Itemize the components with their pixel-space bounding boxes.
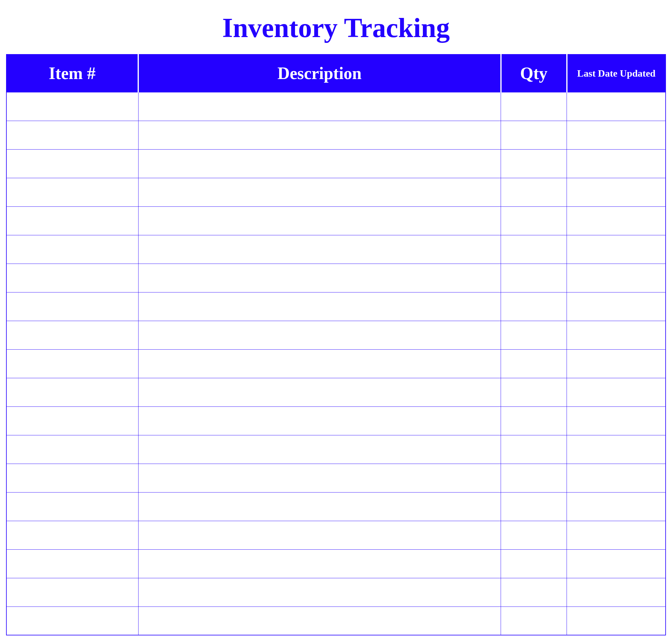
cell-lastDate[interactable] bbox=[567, 92, 666, 121]
cell-lastDate[interactable] bbox=[567, 121, 666, 149]
cell-lastDate[interactable] bbox=[567, 149, 666, 178]
table-row bbox=[7, 492, 665, 521]
table-row bbox=[7, 149, 665, 178]
cell-lastDate[interactable] bbox=[567, 492, 666, 521]
cell-lastDate[interactable] bbox=[567, 349, 666, 378]
cell-qty[interactable] bbox=[501, 149, 567, 178]
cell-qty[interactable] bbox=[501, 206, 567, 235]
cell-item[interactable] bbox=[7, 292, 138, 321]
cell-description[interactable] bbox=[138, 607, 501, 635]
table-row bbox=[7, 378, 665, 407]
cell-item[interactable] bbox=[7, 521, 138, 549]
cell-item[interactable] bbox=[7, 206, 138, 235]
cell-description[interactable] bbox=[138, 435, 501, 464]
cell-qty[interactable] bbox=[501, 121, 567, 149]
cell-description[interactable] bbox=[138, 149, 501, 178]
cell-description[interactable] bbox=[138, 178, 501, 206]
cell-description[interactable] bbox=[138, 492, 501, 521]
cell-lastDate[interactable] bbox=[567, 378, 666, 407]
table-row bbox=[7, 92, 665, 121]
cell-item[interactable] bbox=[7, 464, 138, 492]
cell-item[interactable] bbox=[7, 321, 138, 349]
cell-description[interactable] bbox=[138, 206, 501, 235]
cell-qty[interactable] bbox=[501, 407, 567, 435]
table-row bbox=[7, 607, 665, 635]
cell-description[interactable] bbox=[138, 92, 501, 121]
table-row bbox=[7, 464, 665, 492]
table-row bbox=[7, 264, 665, 292]
inventory-table: Item # Description Qty Last Date Updated bbox=[6, 54, 666, 635]
cell-item[interactable] bbox=[7, 235, 138, 264]
cell-item[interactable] bbox=[7, 378, 138, 407]
cell-description[interactable] bbox=[138, 235, 501, 264]
cell-item[interactable] bbox=[7, 578, 138, 607]
cell-item[interactable] bbox=[7, 407, 138, 435]
cell-qty[interactable] bbox=[501, 578, 567, 607]
table-row bbox=[7, 349, 665, 378]
cell-lastDate[interactable] bbox=[567, 321, 666, 349]
cell-lastDate[interactable] bbox=[567, 464, 666, 492]
cell-description[interactable] bbox=[138, 549, 501, 578]
cell-qty[interactable] bbox=[501, 321, 567, 349]
cell-qty[interactable] bbox=[501, 264, 567, 292]
cell-description[interactable] bbox=[138, 407, 501, 435]
cell-description[interactable] bbox=[138, 321, 501, 349]
cell-item[interactable] bbox=[7, 92, 138, 121]
cell-lastDate[interactable] bbox=[567, 578, 666, 607]
cell-qty[interactable] bbox=[501, 349, 567, 378]
cell-description[interactable] bbox=[138, 578, 501, 607]
cell-description[interactable] bbox=[138, 521, 501, 549]
cell-item[interactable] bbox=[7, 149, 138, 178]
cell-qty[interactable] bbox=[501, 378, 567, 407]
cell-lastDate[interactable] bbox=[567, 206, 666, 235]
table-row bbox=[7, 235, 665, 264]
cell-qty[interactable] bbox=[501, 492, 567, 521]
page-title: Inventory Tracking bbox=[6, 6, 666, 54]
cell-description[interactable] bbox=[138, 378, 501, 407]
header-description: Description bbox=[138, 54, 501, 92]
cell-qty[interactable] bbox=[501, 235, 567, 264]
table-row bbox=[7, 578, 665, 607]
table-row bbox=[7, 178, 665, 206]
cell-description[interactable] bbox=[138, 264, 501, 292]
cell-qty[interactable] bbox=[501, 92, 567, 121]
cell-item[interactable] bbox=[7, 492, 138, 521]
cell-lastDate[interactable] bbox=[567, 178, 666, 206]
header-item-number: Item # bbox=[7, 54, 138, 92]
cell-lastDate[interactable] bbox=[567, 292, 666, 321]
table-row bbox=[7, 321, 665, 349]
cell-item[interactable] bbox=[7, 549, 138, 578]
table-row bbox=[7, 549, 665, 578]
cell-description[interactable] bbox=[138, 292, 501, 321]
cell-item[interactable] bbox=[7, 607, 138, 635]
cell-qty[interactable] bbox=[501, 178, 567, 206]
cell-qty[interactable] bbox=[501, 549, 567, 578]
cell-qty[interactable] bbox=[501, 607, 567, 635]
table-header-row: Item # Description Qty Last Date Updated bbox=[7, 54, 665, 92]
cell-lastDate[interactable] bbox=[567, 407, 666, 435]
cell-lastDate[interactable] bbox=[567, 521, 666, 549]
cell-description[interactable] bbox=[138, 349, 501, 378]
cell-lastDate[interactable] bbox=[567, 607, 666, 635]
cell-description[interactable] bbox=[138, 121, 501, 149]
cell-item[interactable] bbox=[7, 349, 138, 378]
cell-qty[interactable] bbox=[501, 521, 567, 549]
cell-item[interactable] bbox=[7, 435, 138, 464]
cell-description[interactable] bbox=[138, 464, 501, 492]
table-row bbox=[7, 521, 665, 549]
header-qty: Qty bbox=[501, 54, 567, 92]
cell-lastDate[interactable] bbox=[567, 264, 666, 292]
table-row bbox=[7, 206, 665, 235]
cell-lastDate[interactable] bbox=[567, 435, 666, 464]
cell-item[interactable] bbox=[7, 264, 138, 292]
table-row bbox=[7, 407, 665, 435]
table-row bbox=[7, 292, 665, 321]
cell-lastDate[interactable] bbox=[567, 235, 666, 264]
header-last-date-updated: Last Date Updated bbox=[567, 54, 666, 92]
cell-item[interactable] bbox=[7, 121, 138, 149]
cell-item[interactable] bbox=[7, 178, 138, 206]
cell-qty[interactable] bbox=[501, 435, 567, 464]
cell-qty[interactable] bbox=[501, 464, 567, 492]
cell-lastDate[interactable] bbox=[567, 549, 666, 578]
cell-qty[interactable] bbox=[501, 292, 567, 321]
